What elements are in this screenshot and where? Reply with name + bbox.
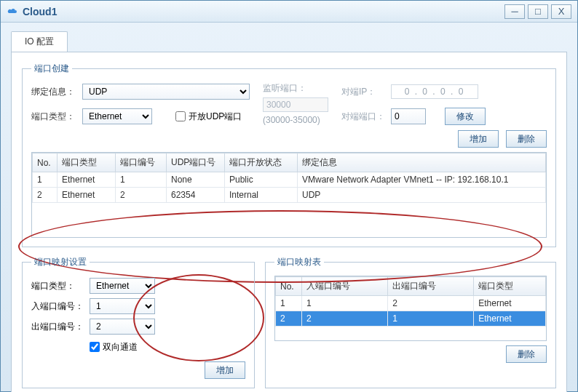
col-no: No. xyxy=(33,153,58,172)
close-button[interactable]: X xyxy=(551,4,571,19)
table-row[interactable]: 2Ethernet262354InternalUDP xyxy=(33,188,546,203)
table-row[interactable]: 1Ethernet1NonePublicVMware Network Adapt… xyxy=(33,172,546,188)
table-row[interactable]: 112Ethernet xyxy=(276,296,546,311)
bidir-label: 双向通道 xyxy=(103,341,138,353)
cloud-icon xyxy=(7,6,18,17)
port-add-button[interactable]: 增加 xyxy=(458,130,499,148)
map-table-legend: 端口映射表 xyxy=(274,256,324,268)
listen-port-range: (30000-35000) xyxy=(263,115,328,125)
tab-header: IO 配置 xyxy=(11,31,567,52)
listen-port-label: 监听端口： xyxy=(263,82,328,95)
map-table[interactable]: No. 入端口编号 出端口编号 端口类型 112Ethernet221Ether… xyxy=(275,276,546,327)
peer-port-input[interactable] xyxy=(391,108,426,124)
minimize-button[interactable]: ─ xyxy=(504,4,525,19)
mcol-type: 端口类型 xyxy=(474,277,546,296)
open-udp-label: 开放UDP端口 xyxy=(189,111,242,123)
bidir-checkbox[interactable] xyxy=(90,342,100,352)
mcol-in: 入端口编号 xyxy=(302,277,388,296)
peer-port-label: 对端端口： xyxy=(341,111,385,123)
window-controls: ─ □ X xyxy=(504,4,571,19)
main-panel: 端口创建 绑定信息： UDP 端口类型： Ethernet xyxy=(11,52,567,392)
peer-ip-value: 0 . 0 . 0 . 0 xyxy=(391,84,478,99)
col-bind: 绑定信息 xyxy=(298,153,546,172)
port-create-legend: 端口创建 xyxy=(31,63,72,75)
bind-info-label: 绑定信息： xyxy=(31,86,76,98)
map-delete-button[interactable]: 删除 xyxy=(506,345,547,363)
map-port-type-label: 端口类型： xyxy=(31,280,90,292)
mcol-out: 出端口编号 xyxy=(388,277,474,296)
mcol-no: No. xyxy=(276,277,302,296)
map-in-port-label: 入端口编号： xyxy=(31,300,90,313)
port-delete-button[interactable]: 删除 xyxy=(506,130,547,148)
bind-info-select[interactable]: UDP xyxy=(82,84,250,100)
content-area: IO 配置 端口创建 绑定信息： UDP 端口类型： xyxy=(1,23,577,392)
port-table-container: No. 端口类型 端口编号 UDP端口号 端口开放状态 绑定信息 1Ethern… xyxy=(31,152,547,238)
peer-ip-label: 对端IP： xyxy=(341,86,385,98)
listen-port-value: 30000 xyxy=(263,97,328,112)
map-add-button[interactable]: 增加 xyxy=(205,361,245,379)
group-port-create: 端口创建 绑定信息： UDP 端口类型： Ethernet xyxy=(22,63,556,247)
map-settings-legend: 端口映射设置 xyxy=(31,256,90,268)
map-out-port-label: 出端口编号： xyxy=(31,321,90,333)
open-udp-checkbox[interactable] xyxy=(175,111,186,121)
maximize-button[interactable]: □ xyxy=(528,4,548,19)
modify-button[interactable]: 修改 xyxy=(445,108,486,125)
tab-io-config[interactable]: IO 配置 xyxy=(11,31,68,52)
window-title: Cloud1 xyxy=(23,6,504,17)
group-map-settings: 端口映射设置 端口类型： Ethernet 入端口编号： 1 出端口编号： 2 xyxy=(22,256,255,388)
map-port-type-select[interactable]: Ethernet xyxy=(90,278,155,294)
col-num: 端口编号 xyxy=(116,153,167,172)
map-in-port-select[interactable]: 1 xyxy=(90,298,155,314)
map-out-port-select[interactable]: 2 xyxy=(90,319,155,335)
port-table[interactable]: No. 端口类型 端口编号 UDP端口号 端口开放状态 绑定信息 1Ethern… xyxy=(32,153,546,203)
group-map-table: 端口映射表 No. 入端口编号 出端口编号 端口类型 xyxy=(265,256,556,388)
app-window: Cloud1 ─ □ X IO 配置 端口创建 绑定信息： UDP xyxy=(0,0,578,392)
col-type: 端口类型 xyxy=(58,153,116,172)
port-type-select[interactable]: Ethernet xyxy=(82,108,152,124)
map-table-container: No. 入端口编号 出端口编号 端口类型 112Ethernet221Ether… xyxy=(274,276,547,341)
col-udp: UDP端口号 xyxy=(167,153,225,172)
table-row[interactable]: 221Ethernet xyxy=(276,311,546,327)
col-open: 端口开放状态 xyxy=(225,153,298,172)
port-type-label: 端口类型： xyxy=(31,111,76,123)
titlebar: Cloud1 ─ □ X xyxy=(1,1,577,23)
